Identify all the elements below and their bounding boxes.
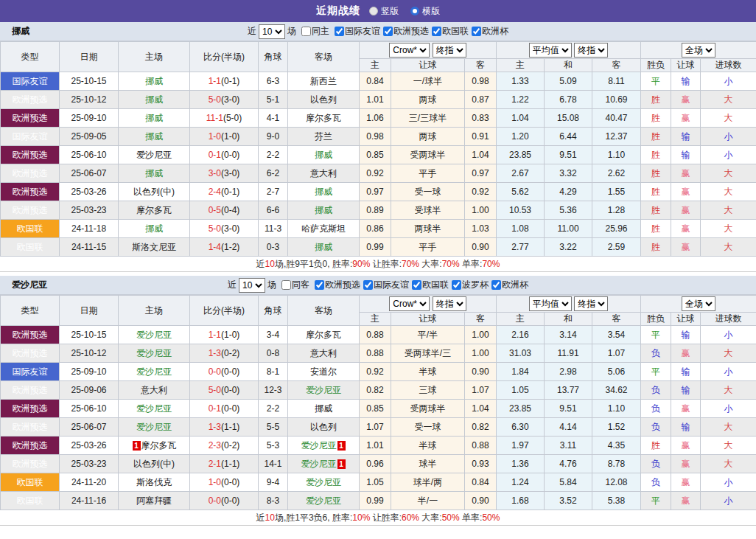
odds-source-select[interactable]: Crow* <box>389 43 430 58</box>
section-summary: 近10场,胜1平3负6, 胜率:10% 让胜率:60% 大率:50% 单率:50… <box>0 510 756 526</box>
col-odds-home: 主 <box>360 59 391 72</box>
odds-home: 0.82 <box>360 381 391 400</box>
competition-checkbox[interactable] <box>472 27 481 36</box>
home-team-name: 爱沙尼亚 <box>136 330 172 340</box>
avg-draw: 11.00 <box>545 220 592 238</box>
recent-count-select[interactable]: 10 <box>259 24 285 39</box>
avg-draw: 15.08 <box>545 109 592 128</box>
avg-home: 31.03 <box>497 344 545 363</box>
avg-draw: 4.76 <box>545 455 592 473</box>
col-home: 主场 <box>119 296 190 326</box>
corner-count: 2-2 <box>259 400 288 418</box>
type-badge: 欧洲预选 <box>1 344 60 363</box>
home-team-name: 斯洛文尼亚 <box>132 242 176 252</box>
avg-home: 5.62 <box>497 183 545 201</box>
result-goals: 大 <box>701 381 756 400</box>
result-wdl: 负 <box>641 400 671 418</box>
col-avg-home: 主 <box>497 59 545 72</box>
competition-label: 欧国联 <box>442 25 469 38</box>
away-team: 意大利 <box>288 164 360 183</box>
competition-filter[interactable]: 欧国联 <box>409 279 449 291</box>
home-team: 爱沙尼亚 <box>119 326 190 344</box>
full-time-score: 1-4 <box>209 242 221 252</box>
match-date: 25-06-10 <box>60 146 119 164</box>
avg-final-select[interactable]: 终指 <box>574 296 608 311</box>
odds-final-select[interactable]: 终指 <box>433 296 466 311</box>
away-team: 哈萨克斯坦 <box>288 220 360 238</box>
match-row: 欧洲预选25-03-261摩尔多瓦2-3(0-2)5-3爱沙尼亚11.01半球0… <box>1 437 756 455</box>
competition-filter[interactable]: 欧洲杯 <box>489 279 528 291</box>
score: 11-1(5-0) <box>190 109 259 128</box>
avg-draw: 6.78 <box>545 91 592 109</box>
avg-group-header: 平均值 终指 <box>497 296 641 313</box>
home-team: 爱沙尼亚 <box>119 418 190 437</box>
odds-source-select[interactable]: Crow* <box>389 296 430 311</box>
same-venue-filter[interactable]: 同客 <box>279 279 309 291</box>
avg-final-select[interactable]: 终指 <box>574 43 608 58</box>
odds-away: 0.91 <box>465 128 497 146</box>
competition-checkbox[interactable] <box>315 280 324 290</box>
corner-count: 14-1 <box>259 455 288 473</box>
result-scope-select[interactable]: 全场 <box>682 43 715 58</box>
avg-home: 1.84 <box>497 363 545 381</box>
match-row: 欧洲预选25-10-12爱沙尼亚1-3(0-2)0-8意大利0.88受两球半/三… <box>1 344 756 363</box>
odds-away: 0.82 <box>465 418 497 437</box>
competition-filter[interactable]: 欧洲预选 <box>312 279 360 291</box>
match-row: 欧国联24-11-16阿塞拜疆0-0(0-0)8-3爱沙尼亚0.99半/一0.9… <box>1 492 756 510</box>
half-time-score: (0-1) <box>221 187 239 197</box>
filters: 近 10 场 同客 欧洲预选国际友谊欧国联波罗杯欧洲杯 <box>228 278 528 293</box>
avg-source-select[interactable]: 平均值 <box>529 43 572 58</box>
competition-filter[interactable]: 波罗杯 <box>449 279 489 291</box>
competition-filter[interactable]: 欧国联 <box>429 25 469 38</box>
avg-draw: 3.52 <box>545 492 592 510</box>
corner-count: 2-2 <box>259 146 288 164</box>
radio-unselected-icon[interactable] <box>369 7 378 15</box>
away-team-name: 爱沙尼亚 <box>306 477 341 487</box>
competition-filter[interactable]: 欧洲预选 <box>380 25 429 38</box>
col-avg-draw: 和 <box>545 59 592 72</box>
layout-option-landscape[interactable]: 横版 <box>410 5 440 18</box>
competition-checkbox[interactable] <box>432 27 441 36</box>
result-handicap: 输 <box>671 128 701 146</box>
handicap-line: 受球半 <box>391 201 465 220</box>
competition-filter[interactable]: 国际友谊 <box>332 25 380 38</box>
full-time-score: 3-0 <box>209 168 221 178</box>
away-team-name: 挪威 <box>315 150 332 160</box>
competition-checkbox[interactable] <box>363 280 373 290</box>
match-row: 国际友谊25-09-05挪威1-0(1-0)9-0芬兰0.98两球0.911.2… <box>1 128 756 146</box>
competition-checkbox[interactable] <box>452 280 461 290</box>
same-venue-filter[interactable]: 同主 <box>298 25 329 38</box>
odds-away: 0.90 <box>465 363 497 381</box>
competition-filter[interactable]: 国际友谊 <box>360 279 409 291</box>
competition-checkbox[interactable] <box>335 27 344 36</box>
result-goals: 小 <box>701 400 756 418</box>
odds-final-select[interactable]: 终指 <box>433 43 466 58</box>
avg-source-select[interactable]: 平均值 <box>529 296 572 311</box>
recent-count-select[interactable]: 10 <box>239 278 265 293</box>
full-time-score: 11-1 <box>206 113 223 123</box>
near-label: 近 <box>228 279 237 291</box>
match-row: 欧国联24-11-15斯洛文尼亚1-4(1-2)0-3挪威0.99平手0.902… <box>1 238 756 257</box>
competition-filter[interactable]: 欧洲杯 <box>469 25 508 38</box>
result-scope-select[interactable]: 全场 <box>682 296 715 311</box>
red-card-icon: 1 <box>133 441 141 451</box>
competition-checkbox[interactable] <box>412 280 421 290</box>
home-team: 爱沙尼亚 <box>119 146 190 164</box>
corner-count: 5-3 <box>259 437 288 455</box>
competition-checkbox[interactable] <box>491 280 501 290</box>
layout-option-portrait[interactable]: 竖版 <box>369 5 399 18</box>
same-venue-checkbox[interactable] <box>301 27 311 36</box>
avg-home: 1.68 <box>497 492 545 510</box>
away-team: 爱沙尼亚 <box>288 381 360 400</box>
radio-selected-icon[interactable] <box>410 7 419 15</box>
col-away: 客场 <box>288 42 360 72</box>
score: 1-0(1-0) <box>190 128 259 146</box>
match-date: 25-10-15 <box>60 326 119 344</box>
result-wdl: 胜 <box>641 183 671 201</box>
competition-checkbox[interactable] <box>383 27 393 36</box>
home-team-name: 摩尔多瓦 <box>136 205 172 215</box>
half-time-score: (1-0) <box>221 131 239 142</box>
same-venue-checkbox[interactable] <box>281 280 291 290</box>
away-team-name: 意大利 <box>310 348 337 358</box>
odds-away: 1.00 <box>465 326 497 344</box>
